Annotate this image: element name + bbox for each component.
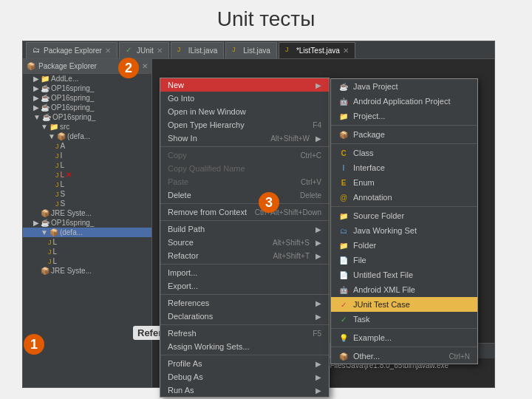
menu-item-build-path[interactable]: Build Path ▶ xyxy=(160,222,329,236)
untitled-text-icon: 📄 xyxy=(338,270,349,280)
declarations-arrow: ▶ xyxy=(316,313,321,321)
menu-sep5 xyxy=(160,294,329,295)
package-icon: 📦 xyxy=(338,129,349,140)
tree-item-s2[interactable]: J S xyxy=(23,199,151,208)
tree-item-src[interactable]: ▼ 📁 src xyxy=(23,122,151,132)
ide-body: 📦 Package Explorer ✕ ▶ 📁 AddLe... ▶ ☕ OP… xyxy=(23,59,494,387)
junit-test-case-icon: ✓ xyxy=(338,299,349,310)
submenu-android-xml[interactable]: 🤖 Android XML File xyxy=(331,282,477,297)
tree-item-a[interactable]: J A xyxy=(23,141,151,151)
tree-item-l1[interactable]: J L xyxy=(23,160,151,170)
source-arrow: ▶ xyxy=(316,239,321,247)
tree-item[interactable]: ▶ ☕ OP16spring_ xyxy=(23,83,151,93)
menu-sep3 xyxy=(160,220,329,221)
submenu-annotation[interactable]: @ Annotation xyxy=(331,190,477,205)
submenu-sep3 xyxy=(331,206,477,207)
panel-title: Package Explorer xyxy=(38,62,97,70)
tree-item-jre[interactable]: 📦 JRE Syste... xyxy=(23,208,151,218)
panel-close-button[interactable]: ✕ xyxy=(142,62,148,70)
tree-item[interactable]: ▼ ☕ OP16spring_ xyxy=(23,112,151,122)
tab-close-1[interactable]: ✕ xyxy=(157,47,163,55)
project-icon: 📁 xyxy=(338,111,349,121)
menu-item-copy-qualified[interactable]: Copy Qualified Name xyxy=(160,162,329,175)
submenu-project[interactable]: 📁 Project... xyxy=(331,109,477,123)
tree-item[interactable]: ▶ ☕ OP16spring_ xyxy=(23,103,151,112)
submenu-enum[interactable]: E Enum xyxy=(331,175,477,190)
tree-item-l4[interactable]: J L xyxy=(23,237,151,247)
submenu-android-app[interactable]: 🤖 Android Application Project xyxy=(331,94,477,109)
references-arrow: ▶ xyxy=(316,299,321,307)
java-project-icon: ☕ xyxy=(338,81,349,92)
menu-item-show-in[interactable]: Show In Alt+Shift+W ▶ xyxy=(160,132,329,145)
submenu-source-folder[interactable]: 📁 Source Folder xyxy=(331,208,477,223)
menu-item-debug-as[interactable]: Debug As ▶ xyxy=(160,370,329,383)
tree-item-l2[interactable]: J L ✕ xyxy=(23,170,151,180)
menu-sep7 xyxy=(160,355,329,355)
other-icon: 📦 xyxy=(338,351,349,361)
tree-item-op16b[interactable]: ▶ ☕ OP16spring_ xyxy=(23,218,151,228)
badge-3: 3 xyxy=(259,192,279,213)
debug-as-arrow: ▶ xyxy=(316,373,321,381)
menu-item-refactor[interactable]: Refactor Alt+Shift+T ▶ xyxy=(160,249,329,262)
menu-item-open-new-window[interactable]: Open in New Window xyxy=(160,105,329,118)
submenu-interface[interactable]: I Interface xyxy=(331,160,477,175)
android-xml-icon: 🤖 xyxy=(338,284,349,295)
tab-ilist[interactable]: J IList.java xyxy=(171,42,224,58)
tree-item-l6[interactable]: J L xyxy=(23,256,151,266)
menu-item-type-hierarchy[interactable]: Open Type Hierarchy F4 xyxy=(160,118,329,132)
menu-item-references[interactable]: References ▶ xyxy=(160,296,329,310)
package-explorer-icon: 🗂 xyxy=(33,46,41,55)
menu-item-source[interactable]: Source Alt+Shift+S ▶ xyxy=(160,236,329,249)
new-label: New xyxy=(168,81,184,89)
listtest-icon: J xyxy=(285,46,294,55)
tree-item-default2[interactable]: ▼ 📦 (defa... xyxy=(23,228,151,237)
menu-item-export[interactable]: Export... xyxy=(160,279,329,293)
submenu-java-project[interactable]: ☕ Java Project xyxy=(331,79,477,94)
tab-list[interactable]: J List.java xyxy=(225,42,277,58)
menu-item-copy[interactable]: Copy Ctrl+C xyxy=(160,149,329,162)
ilist-icon: J xyxy=(177,46,186,55)
example-icon: 💡 xyxy=(338,332,349,343)
menu-sep6 xyxy=(160,324,329,325)
submenu-sep2 xyxy=(331,143,477,144)
tab-close-4[interactable]: ✕ xyxy=(343,47,349,55)
tree-item-i[interactable]: J I xyxy=(23,151,151,160)
submenu-task[interactable]: ✓ Task xyxy=(331,312,477,327)
context-menu: New ▶ ☕ Java Project 🤖 Android Applica xyxy=(160,78,330,398)
menu-item-remove-context[interactable]: Remove from Context Ctrl+Alt+Shift+Down xyxy=(160,205,329,219)
menu-item-refresh[interactable]: Refresh F5 xyxy=(160,327,329,340)
submenu-class[interactable]: C Class xyxy=(331,146,477,160)
file-icon: 📄 xyxy=(338,255,349,265)
tab-junit[interactable]: ✓ JUnit ✕ xyxy=(119,42,169,58)
tab-package-explorer[interactable]: 🗂 Package Explorer ✕ xyxy=(26,42,117,58)
menu-item-assign-working-sets[interactable]: Assign Working Sets... xyxy=(160,340,329,353)
menu-item-profile-as[interactable]: Profile As ▶ xyxy=(160,357,329,370)
tab-listtest[interactable]: J *ListTest.java ✕ xyxy=(279,42,355,58)
menu-item-paste[interactable]: Paste Ctrl+V xyxy=(160,175,329,188)
tab-close-0[interactable]: ✕ xyxy=(105,47,111,55)
menu-item-delete[interactable]: Delete Delete xyxy=(160,188,329,202)
menu-item-declarations[interactable]: Declarations ▶ xyxy=(160,310,329,323)
submenu-package[interactable]: 📦 Package xyxy=(331,127,477,142)
submenu-example[interactable]: 💡 Example... xyxy=(331,330,477,345)
tree-item-default[interactable]: ▼ 📦 (defa... xyxy=(23,132,151,141)
source-folder-icon: 📁 xyxy=(338,211,349,221)
submenu-junit-test-case[interactable]: ✓ JUnit Test Case xyxy=(331,297,477,312)
menu-item-new[interactable]: New ▶ ☕ Java Project 🤖 Android Applica xyxy=(160,78,329,92)
tree-item-jre2[interactable]: 📦 JRE Syste... xyxy=(23,266,151,276)
tree-item-l5[interactable]: J L xyxy=(23,247,151,256)
submenu-java-working-set[interactable]: 🗂 Java Working Set xyxy=(331,223,477,238)
tree-item-l3[interactable]: J L xyxy=(23,180,151,189)
submenu-folder[interactable]: 📁 Folder xyxy=(331,238,477,253)
menu-item-go-into[interactable]: Go Into xyxy=(160,92,329,105)
menu-item-import[interactable]: Import... xyxy=(160,266,329,279)
submenu-file[interactable]: 📄 File xyxy=(331,253,477,267)
menu-item-run-as[interactable]: Run As ▶ xyxy=(160,383,329,397)
submenu-other[interactable]: 📦 Other... Ctrl+N xyxy=(331,349,477,364)
task-icon: ✓ xyxy=(338,314,349,324)
badge-1: 1 xyxy=(24,334,44,355)
menu-sep4 xyxy=(160,264,329,265)
tree-item-s1[interactable]: J S xyxy=(23,189,151,199)
tree-item[interactable]: ▶ ☕ OP16spring_ xyxy=(23,93,151,103)
submenu-untitled-text[interactable]: 📄 Untitled Text File xyxy=(331,267,477,282)
